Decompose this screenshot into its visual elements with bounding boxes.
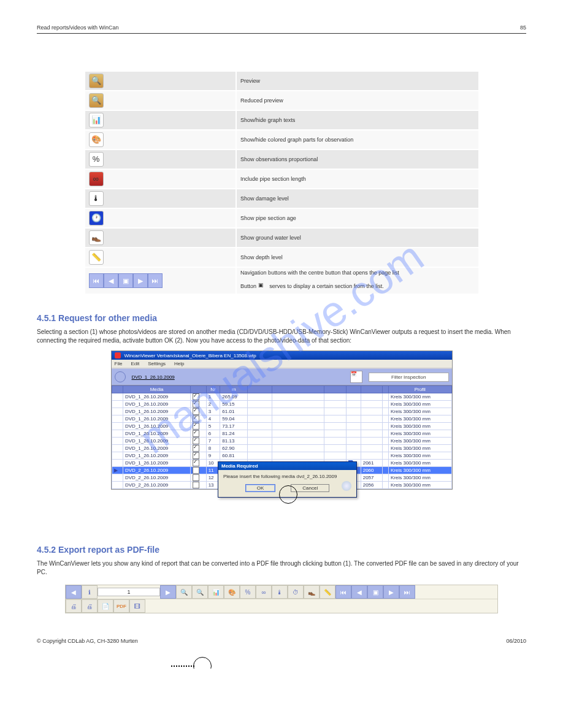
menu-help[interactable]: Help — [174, 361, 184, 366]
header-right: 85 — [520, 25, 526, 31]
row-checkbox[interactable] — [193, 460, 199, 466]
nav-first-icon[interactable]: ⏮ — [89, 273, 104, 288]
feature-desc: Reduced preview — [237, 91, 478, 110]
print-icon[interactable]: 🖨 — [66, 599, 82, 613]
nav-mini-list-icon: ▣ — [258, 282, 268, 292]
row-checkbox[interactable] — [193, 393, 199, 400]
footer-left: © Copyright CDLab AG, CH-3280 Murten — [37, 638, 138, 644]
table-row[interactable]: DVD_1_26.10.2009361.01Kreis 300/300 mm — [112, 408, 451, 415]
nav-next-icon[interactable]: ▶ — [133, 273, 148, 288]
table-row[interactable]: DVD_1_26.10.2009681.24Kreis 300/300 mm — [112, 430, 451, 438]
feature-desc: Preview — [237, 72, 478, 90]
nav-list-icon[interactable]: ▣ — [118, 273, 133, 288]
column-header — [324, 386, 346, 393]
feature-desc: Show observations proportional — [237, 150, 478, 169]
prev-page-icon[interactable]: ◀ — [66, 585, 82, 599]
row-checkbox[interactable] — [193, 401, 199, 408]
footer-right: 06/2010 — [506, 638, 526, 644]
lens2-icon[interactable]: 🔍 — [192, 585, 208, 599]
feature-desc: Include pipe section length — [237, 170, 478, 188]
column-header: m — [220, 386, 248, 393]
scan-icon[interactable]: 📄 — [98, 599, 113, 613]
section-4-5-1-heading: 4.5.1 Request for other media — [37, 313, 526, 323]
marker-1-line — [171, 665, 194, 667]
row-checkbox[interactable] — [193, 467, 199, 474]
lens-blue-icon: 🔍 — [89, 74, 104, 88]
film-icon[interactable]: 🎞 — [129, 599, 145, 613]
row-checkbox[interactable] — [193, 408, 199, 415]
marker-1 — [193, 657, 212, 669]
column-header: Media — [123, 386, 191, 393]
row-checkbox[interactable] — [193, 474, 199, 481]
nav-first-icon[interactable]: ⏮ — [335, 585, 351, 599]
shoe-icon[interactable]: 👞 — [304, 585, 320, 599]
disc-icon — [115, 371, 126, 382]
thermo-icon: 🌡 — [89, 191, 104, 206]
calendar-button[interactable]: 📅 — [350, 371, 362, 383]
marker-2 — [279, 485, 297, 504]
column-header — [383, 386, 389, 393]
chart-icon[interactable]: 📊 — [208, 585, 224, 599]
section-4-5-1-body: Selecting a section (1) whose photos/vid… — [37, 328, 526, 344]
row-checkbox[interactable] — [193, 452, 199, 459]
table-row[interactable]: DVD_1_26.10.2009259.15Kreis 300/300 mm — [112, 401, 451, 408]
nav-hint-prefix: Button — [240, 283, 258, 289]
clock-icon[interactable]: ⏱ — [288, 585, 304, 599]
table-row[interactable]: DVD_1_26.10.2009862.90Kreis 300/300 mm — [112, 445, 451, 452]
page-number-field[interactable]: 1 — [98, 588, 160, 596]
header-rule — [37, 33, 526, 34]
header-left: Read reports/videos with WinCan — [37, 25, 119, 31]
info-icon[interactable]: ℹ — [82, 585, 98, 599]
next-page-icon[interactable]: ▶ — [160, 585, 176, 599]
pdf-export-button[interactable]: PDF — [113, 599, 129, 613]
ok-button[interactable]: OK — [245, 484, 276, 492]
lens-icon[interactable]: 🔍 — [176, 585, 192, 599]
feature-desc: Show ground water level — [237, 229, 478, 247]
row-checkbox[interactable] — [193, 415, 199, 422]
table-row[interactable]: DVD_1_26.10.2009960.81Kreis 300/300 mm — [112, 452, 451, 460]
feature-desc: Show damage level — [237, 189, 478, 208]
row-checkbox[interactable] — [193, 482, 199, 488]
row-checkbox[interactable] — [193, 423, 199, 430]
column-header: Nr — [206, 386, 220, 393]
nav-prev-icon[interactable]: ◀ — [104, 273, 118, 288]
nav-last-icon[interactable]: ⏭ — [399, 585, 415, 599]
table-row[interactable]: DVD_1_26.10.2009459.04Kreis 300/300 mm — [112, 415, 451, 423]
menu-edit[interactable]: Edit — [131, 361, 139, 366]
table-row[interactable]: DVD_1_26.10.2009573.17Kreis 300/300 mm — [112, 423, 451, 430]
window-title: WincanViewer Verbandskanal_Obere_Bibera … — [124, 353, 256, 358]
table-row[interactable]: DVD_1_26.10.20091265.09Kreis 300/300 mm — [112, 393, 451, 401]
palette-icon[interactable]: 🎨 — [224, 585, 240, 599]
column-header — [191, 386, 207, 393]
dialog-title: Media Required — [218, 462, 356, 470]
palette-icon: 🎨 — [89, 132, 104, 147]
row-checkbox[interactable] — [193, 445, 199, 452]
chart-edit-icon: 📊 — [89, 113, 104, 127]
window-titlebar: WincanViewer Verbandskanal_Obere_Bibera … — [112, 351, 452, 360]
table-row[interactable]: DVD_1_26.10.2009781.13Kreis 300/300 mm — [112, 438, 451, 445]
disc-icon — [342, 481, 351, 491]
column-header — [272, 386, 324, 393]
filter-button[interactable]: Filter Inspection — [369, 373, 448, 382]
shoe-icon: 👞 — [89, 230, 104, 245]
dvd-label[interactable]: DVD_1_26.10.2009 — [132, 374, 175, 380]
percent-icon[interactable]: % — [240, 585, 256, 599]
column-header — [361, 386, 382, 393]
column-header — [248, 386, 272, 393]
nav-last-icon[interactable]: ⏭ — [148, 273, 163, 288]
ruler-icon[interactable]: 📏 — [320, 585, 335, 599]
feature-desc: Show/hide colored graph parts for observ… — [237, 131, 478, 149]
nav-prev2-icon[interactable]: ◀ — [351, 585, 367, 599]
nav-desc: Navigation buttons with the centre butto… — [240, 270, 399, 276]
eight-icon: ∞ — [89, 172, 104, 186]
menu-file[interactable]: File — [115, 361, 123, 366]
thermo-icon[interactable]: 🌡 — [272, 585, 288, 599]
nav-next2-icon[interactable]: ▶ — [383, 585, 399, 599]
toolbar: DVD_1_26.10.2009 📅 Filter Inspection — [112, 368, 452, 385]
row-checkbox[interactable] — [193, 430, 199, 437]
row-checkbox[interactable] — [193, 438, 199, 444]
printer2-icon[interactable]: 🖨 — [82, 599, 98, 613]
menu-settings[interactable]: Settings — [148, 361, 166, 366]
eight-icon[interactable]: ∞ — [256, 585, 272, 599]
nav-list-icon[interactable]: ▣ — [367, 585, 383, 599]
